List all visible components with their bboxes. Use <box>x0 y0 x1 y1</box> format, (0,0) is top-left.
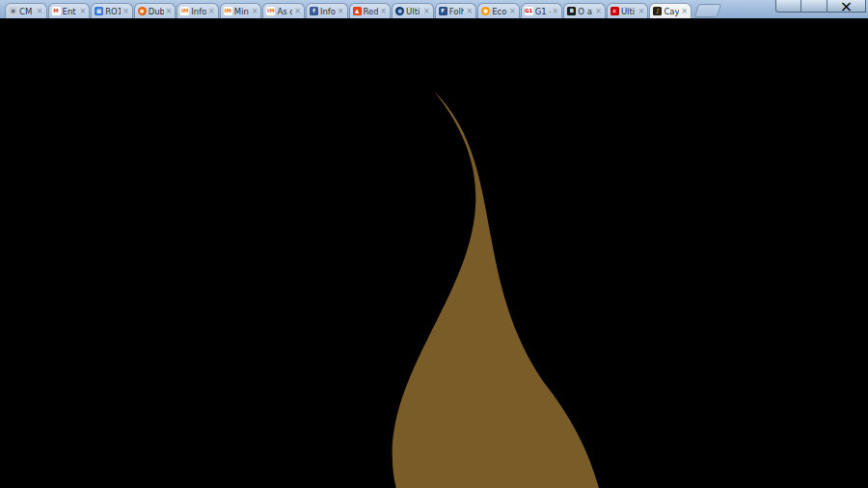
tab-close-icon[interactable]: × <box>294 8 301 15</box>
chevron-down-icon: ▾ <box>230 37 237 55</box>
browser-tab[interactable]: ● Eco × <box>477 3 520 18</box>
red-app-icon: ▲ <box>353 7 362 15</box>
translate-message: Esta página está em <box>15 37 174 55</box>
tab-title: O a <box>578 7 593 16</box>
tab-title: Últi <box>406 7 421 16</box>
browser-tab[interactable]: G1 G1 - × <box>521 3 563 18</box>
browser-tab[interactable]: c Últi × <box>607 3 649 18</box>
restore-button[interactable] <box>801 0 827 13</box>
address-bar[interactable]: www.cayan.net /cayan-tower.html#prettyPh… <box>0 18 868 37</box>
infomoney-icon: IM <box>224 7 232 15</box>
tabs: ▣ CM × M Ent × ▦ RO1 × ● <box>5 3 692 18</box>
desktop: ▣ CM × M Ent × ▦ RO1 × ● <box>0 0 868 488</box>
tab-close-icon[interactable]: × <box>466 8 473 15</box>
tab-close-icon[interactable]: × <box>79 8 86 15</box>
webpage-content: CAYAN Inspired by Life Home Corporate Po… <box>0 55 868 488</box>
tab-title: Info <box>320 7 336 16</box>
tab-close-icon[interactable]: × <box>509 8 516 15</box>
tab-close-icon[interactable]: × <box>166 8 173 15</box>
folha-icon: F <box>439 7 448 15</box>
browser-tab[interactable]: IM Min × <box>220 3 262 18</box>
infomoney-icon: IM <box>266 7 275 15</box>
facebook-icon: f <box>310 7 318 15</box>
tab-close-icon[interactable]: × <box>423 8 430 15</box>
flame-icon <box>0 55 868 488</box>
tab-title: CM <box>19 7 35 16</box>
browser-tab[interactable]: F Folh × <box>435 3 477 18</box>
tab-title: Red <box>364 7 379 16</box>
minimize-button[interactable] <box>775 0 801 13</box>
tab-close-icon[interactable]: × <box>208 8 215 15</box>
options-button[interactable]: Opções ▾ <box>487 37 562 55</box>
translate-button[interactable]: Traduzir <box>386 37 448 55</box>
translate-icon: A <box>0 37 15 55</box>
browser-tab[interactable]: M Ent × <box>48 3 91 18</box>
translate-question: Deseja traduzi-la? <box>242 37 381 55</box>
orange-circle-icon: ● <box>481 7 490 15</box>
tab-close-icon[interactable]: × <box>252 8 258 15</box>
tab-close-icon[interactable]: × <box>37 8 43 15</box>
app-window-icon: ▣ <box>9 7 17 15</box>
tab-close-icon[interactable]: × <box>638 8 645 15</box>
dark-badge-icon: B <box>567 7 576 15</box>
tab-close-icon[interactable]: × <box>553 8 559 15</box>
tab-title: As c <box>277 7 292 16</box>
tab-title: Últi <box>621 7 637 16</box>
window-controls: × <box>775 0 866 13</box>
navy-globe-icon: ● <box>395 7 404 15</box>
tab-title: Folh <box>449 7 465 16</box>
infomoney-icon: IM <box>180 7 189 15</box>
language-select[interactable]: inglês ▾ <box>178 37 242 55</box>
tab-title: Min <box>234 7 250 16</box>
tab-title: Dub <box>149 7 164 16</box>
url-domain: www.cayan.net <box>0 18 118 37</box>
tab-title: G1 - <box>535 7 551 16</box>
tab-strip: ▣ CM × M Ent × ▦ RO1 × ● <box>0 0 868 18</box>
tab-close-icon[interactable]: × <box>122 8 129 15</box>
browser-tab[interactable]: ● Últi × <box>392 3 434 18</box>
g1-icon: G1 <box>525 7 533 15</box>
tab-close-icon[interactable]: × <box>380 8 387 15</box>
browser-tab[interactable]: IM Info × <box>176 3 219 18</box>
gmail-icon: M <box>52 7 61 15</box>
tab-title: Info <box>191 7 206 16</box>
tab-title: Cay <box>664 7 679 16</box>
blue-app-icon: ▦ <box>95 7 103 15</box>
bookmark-star-icon[interactable]: ☆ <box>456 18 470 37</box>
decline-translate-button[interactable]: Não <box>451 37 482 55</box>
cayan-flame-icon: ∫ <box>653 7 662 15</box>
infobar-close-icon[interactable]: × <box>562 37 575 55</box>
browser-tab[interactable]: f Info × <box>306 3 348 18</box>
browser-tab[interactable]: B O a × <box>563 3 606 18</box>
browser-tab[interactable]: IM As c × <box>262 3 305 18</box>
tab-close-icon[interactable]: × <box>681 8 688 15</box>
browser-tab[interactable]: ▲ Red × <box>349 3 392 18</box>
close-window-button[interactable]: × <box>827 0 866 13</box>
tab-title: RO1 <box>105 7 121 16</box>
tab-close-icon[interactable]: × <box>595 8 602 15</box>
browser-tab[interactable]: ● Dub × <box>134 3 176 18</box>
translate-infobar: A Esta página está em inglês ▾ Deseja tr… <box>0 37 868 55</box>
orange-globe-icon: ● <box>138 7 147 15</box>
tab-close-icon[interactable]: × <box>338 8 344 15</box>
new-tab-button[interactable] <box>694 4 722 17</box>
url-path: /cayan-tower.html#prettyPhoto[gallery]/1… <box>122 18 450 37</box>
cnn-icon: c <box>610 7 619 15</box>
cayan-logo: CAYAN Inspired by Life <box>0 55 868 488</box>
browser-tab[interactable]: ∫ Cay × <box>649 3 692 18</box>
chevron-down-icon: ▾ <box>550 37 557 55</box>
tab-title: Eco <box>492 7 507 16</box>
browser-tab[interactable]: ▣ CM × <box>5 3 47 18</box>
tab-title: Ent <box>63 7 78 16</box>
browser-tab[interactable]: ▦ RO1 × <box>91 3 133 18</box>
